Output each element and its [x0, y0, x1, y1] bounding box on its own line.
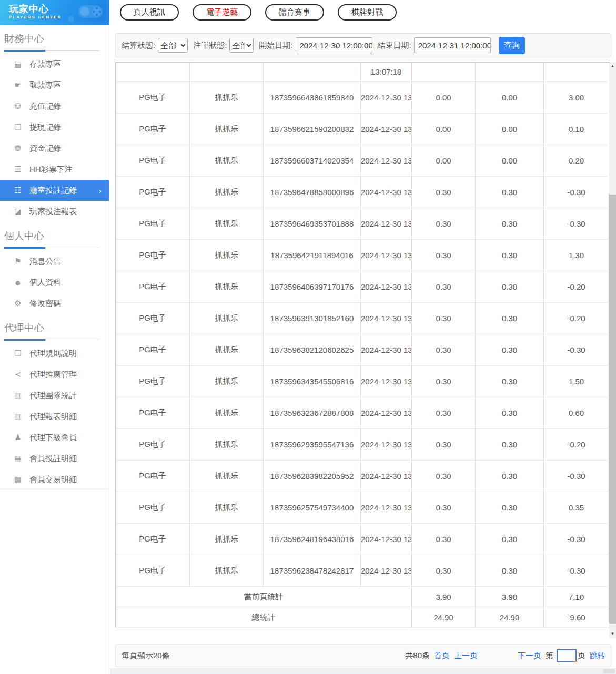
game-cell: 抓抓乐	[190, 334, 264, 366]
search-button[interactable]: 查詢	[499, 37, 525, 54]
sidebar-item-label: 會員交易明細	[29, 475, 77, 485]
order-number-cell: 1873596621590200832	[264, 114, 361, 145]
time-cell: 2024-12-30 13:05:27	[361, 555, 412, 587]
end-date-input[interactable]	[414, 37, 491, 53]
prev-page-link[interactable]: 上一页	[454, 651, 478, 661]
amount-cell-3: 0.20	[544, 145, 609, 177]
table-row: PG电子 抓抓乐 1873596391301852160 2024-12-30 …	[116, 303, 609, 334]
sidebar-item-wallet[interactable]: ❏ 提現記錄 ›	[0, 117, 109, 138]
time-cell: 2024-12-30 13:07:04	[361, 82, 412, 114]
amount-cell-3: 0.10	[544, 114, 609, 145]
amount-cell-1: 0.30	[412, 177, 476, 208]
game-cell: 抓抓乐	[190, 524, 264, 555]
scrollbar-thumb[interactable]	[609, 195, 616, 624]
start-date-input[interactable]	[296, 37, 372, 53]
game-cell: 抓抓乐	[190, 114, 264, 145]
sidebar-header: 玩家中心 PLAYERS CENTER	[0, 0, 109, 25]
game-cell: 抓抓乐	[190, 397, 264, 429]
order-status-label: 注單狀態:	[193, 40, 227, 50]
order-number-cell: 1873596469353701888	[264, 208, 361, 240]
amount-cell-2: 0.30	[476, 208, 544, 240]
sidebar-item-member-bets[interactable]: ▦ 會員投註明細 ›	[0, 448, 109, 469]
table-row: PG电子 抓抓乐 1873596323672887808 2024-12-30 …	[116, 397, 609, 429]
amount-cell-3: 0.35	[544, 492, 609, 524]
sidebar-sections: 財務中心 ▤ 存款專區 › ☛ 取款專區 › ⛁ 充值記錄 › ❏ 提現記錄 ›…	[0, 32, 109, 490]
sidebar-item-label: 代理報表明細	[29, 412, 77, 422]
platform-cell: PG电子	[116, 334, 190, 366]
settle-status-select[interactable]: 全部	[158, 38, 188, 53]
sidebar-item-banknote[interactable]: ⛃ 資金記錄 ›	[0, 138, 109, 159]
sidebar-item-members[interactable]: ♟ 代理下級會員 ›	[0, 427, 109, 448]
time-cell: 2024-12-30 13:06:04	[361, 303, 412, 334]
amount-cell-1: 0.30	[412, 366, 476, 397]
sidebar-item-report-detail[interactable]: ▥ 代理報表明細 ›	[0, 406, 109, 427]
amount-cell-3: 3.00	[544, 82, 609, 114]
section-title: 個人中心	[4, 229, 109, 243]
order-number-cell: 1873596283982205952	[264, 461, 361, 492]
jump-label-before: 第	[546, 651, 553, 661]
sidebar-item-gear[interactable]: ⚙ 修改密碼 ›	[0, 293, 109, 314]
next-page-link[interactable]: 下一页	[518, 651, 541, 661]
section-underline	[4, 247, 105, 249]
summary-amount-1: 24.90	[412, 607, 476, 628]
sidebar-item-room-bet-record[interactable]: ☷ 廳室投註記錄 ›	[0, 180, 109, 201]
jump-button[interactable]: 跳转	[590, 651, 605, 661]
section-title: 財務中心	[4, 32, 109, 46]
section-underline	[4, 50, 105, 52]
order-status-select[interactable]: 全部	[229, 38, 254, 53]
sidebar-divider	[0, 489, 109, 489]
scroll-down-arrow-icon[interactable]: ▼	[609, 630, 616, 638]
amount-cell-1: 0.30	[412, 240, 476, 271]
order-number-cell: 1873596238478242817	[264, 555, 361, 587]
amount-cell-1: 0.30	[412, 397, 476, 429]
amount-cell-1: 0.30	[412, 492, 476, 524]
sidebar-item-withdraw-hand[interactable]: ☛ 取款專區 ›	[0, 75, 109, 96]
sidebar-item-label: 提現記錄	[29, 122, 61, 132]
amount-cell-2: 0.30	[476, 303, 544, 334]
first-page-link[interactable]: 首页	[434, 651, 450, 661]
sidebar-item-player-bet-report[interactable]: ◪ 玩家投注報表 ›	[0, 201, 109, 222]
end-date-label: 結束日期:	[378, 40, 411, 50]
summary-amount-2: 24.90	[476, 607, 544, 628]
scroll-up-arrow-icon[interactable]: ▲	[609, 62, 616, 70]
sidebar-item-document[interactable]: ❐ 代理規則說明 ›	[0, 343, 109, 364]
table-row: PG电子 抓抓乐 1873596421911894016 2024-12-30 …	[116, 240, 609, 271]
sidebar-item-team-stats[interactable]: ▥ 代理團隊統計 ›	[0, 385, 109, 406]
category-tab[interactable]: 體育賽事	[265, 4, 324, 21]
platform-cell: PG电子	[116, 82, 190, 114]
sidebar-section: 個人中心 ⚑ 消息公告 › ☻ 個人資料 › ⚙ 修改密碼 ›	[0, 229, 109, 314]
sidebar-item-share[interactable]: ≺ 代理推廣管理 ›	[0, 364, 109, 385]
table-row: PG电子 抓抓乐 1873596293595547136 2024-12-30 …	[116, 429, 609, 461]
summary-label: 總統計	[116, 607, 412, 628]
sidebar-item-label: 代理推廣管理	[29, 370, 77, 380]
pagination-bar: 每頁顯示20條 共80条 首页 上一页 下一页 第 页 跳转	[115, 644, 611, 667]
share-icon: ≺	[13, 370, 23, 379]
amount-cell-2: 0.30	[476, 240, 544, 271]
time-cell: 2024-12-30 13:06:11	[361, 240, 412, 271]
platform-cell: PG电子	[116, 114, 190, 145]
table-row: PG电子 抓抓乐 1873596343545506816 2024-12-30 …	[116, 366, 609, 397]
page-jump-input[interactable]	[557, 649, 577, 662]
platform-cell: PG电子	[116, 177, 190, 208]
game-cell: 抓抓乐	[190, 303, 264, 334]
amount-cell-2: 0.30	[476, 334, 544, 366]
start-date-label: 開始日期:	[259, 40, 292, 50]
bottom-scrollbar-corner[interactable]	[603, 669, 615, 673]
sidebar-item-lottery-list[interactable]: ☰ HH彩票下注 ›	[0, 159, 109, 180]
platform-cell: PG电子	[116, 429, 190, 461]
sidebar-item-moneybag[interactable]: ⛁ 充值記錄 ›	[0, 96, 109, 117]
table-scrollbar[interactable]: ▲ ▼	[609, 62, 616, 638]
sidebar-item-user[interactable]: ☻ 個人資料 ›	[0, 272, 109, 293]
withdraw-hand-icon: ☛	[13, 80, 23, 90]
sidebar-item-member-transactions[interactable]: ▩ 會員交易明細 ›	[0, 469, 109, 490]
category-tab[interactable]: 電子遊藝	[193, 4, 251, 21]
sidebar-item-bell[interactable]: ⚑ 消息公告 ›	[0, 251, 109, 272]
table-row: PG电子 抓抓乐 1873596478858000896 2024-12-30 …	[116, 177, 609, 208]
sidebar-item-deposit-card[interactable]: ▤ 存款專區 ›	[0, 54, 109, 75]
time-cell: 2024-12-30 13:06:07	[361, 271, 412, 303]
category-tab[interactable]: 真人視訊	[120, 4, 179, 21]
lottery-list-icon: ☰	[13, 165, 23, 174]
amount-cell-2: 0.30	[476, 555, 544, 587]
amount-cell-2: 0.30	[476, 366, 544, 397]
category-tab[interactable]: 棋牌對戰	[338, 4, 397, 21]
